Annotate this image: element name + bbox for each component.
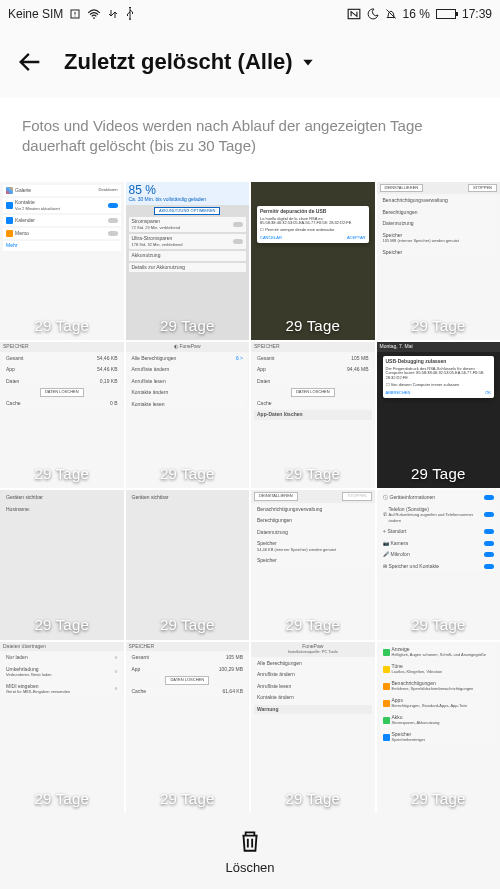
grid-item[interactable]: Dateien übertragen Nur laden○ Umkehrladu… [0, 642, 124, 813]
days-label: 29 Tage [160, 466, 215, 483]
grid-item[interactable]: FonePawInstallationsquelle: PC Tools All… [251, 642, 375, 813]
page-title: Zuletzt gelöscht (Alle) [64, 49, 293, 75]
chevron-down-icon [301, 49, 315, 75]
bell-off-icon [385, 8, 397, 20]
grid-item[interactable]: AnzeigeHelligkeit, Augen schonen, Schrif… [377, 642, 501, 813]
grid-item[interactable]: 85 %Ca. 30 Min. bis vollständig geladen … [126, 182, 250, 340]
days-label: 29 Tage [34, 791, 89, 808]
days-label: 29 Tage [411, 617, 466, 634]
sim-status: Keine SIM [8, 7, 63, 21]
days-label: 29 Tage [34, 318, 89, 335]
svg-point-2 [75, 16, 76, 17]
battery-icon [436, 9, 456, 19]
grid-item[interactable]: Geräten sichtbar 29 Tage [126, 490, 250, 639]
svg-point-3 [93, 17, 95, 19]
days-label: 29 Tage [160, 617, 215, 634]
status-bar: Keine SIM 16 % 17:39 [0, 0, 500, 28]
days-label: 29 Tage [34, 617, 89, 634]
info-text: Fotos und Videos werden nach Ablauf der … [0, 98, 500, 171]
wifi-icon [87, 8, 101, 20]
alert-icon [69, 8, 81, 20]
clock: 17:39 [462, 7, 492, 21]
grid-item[interactable]: Montag, 7. Mai USB-Debugging zulassen De… [377, 342, 501, 488]
delete-button[interactable]: Löschen [225, 828, 274, 875]
back-button[interactable] [16, 48, 44, 76]
app-header: Zuletzt gelöscht (Alle) [0, 28, 500, 98]
trash-icon [237, 828, 263, 857]
data-transfer-icon [107, 8, 119, 20]
bottom-toolbar: Löschen [0, 813, 500, 889]
grid-item[interactable]: SPEICHER Gesamt54,46 KB App54,46 KB Date… [0, 342, 124, 488]
usb-icon [125, 7, 135, 21]
grid-item[interactable]: ◐ FonePaw Alle Berechtigungen6 > Anrufli… [126, 342, 250, 488]
days-label: 29 Tage [285, 318, 340, 335]
grid-item[interactable]: SPEICHER Gesamt105 MB App100,29 MB DATEN… [126, 642, 250, 813]
delete-label: Löschen [225, 860, 274, 875]
grid-item[interactable]: GalerieDeaktiviert KontakteVor 2 Minuten… [0, 182, 124, 340]
days-label: 29 Tage [285, 617, 340, 634]
battery-percent: 16 % [403, 7, 430, 21]
nfc-icon [347, 8, 361, 20]
days-label: 29 Tage [34, 466, 89, 483]
days-label: 29 Tage [285, 791, 340, 808]
grid-item[interactable]: Permitir depuración de USB La huella dig… [251, 182, 375, 340]
days-label: 29 Tage [411, 791, 466, 808]
grid-item[interactable]: DEINSTALLIERENSTOPPEN Benachrichtigungsv… [377, 182, 501, 340]
days-label: 29 Tage [411, 466, 466, 483]
days-label: 29 Tage [160, 791, 215, 808]
days-label: 29 Tage [285, 466, 340, 483]
photo-grid: GalerieDeaktiviert KontakteVor 2 Minuten… [0, 182, 500, 813]
grid-item[interactable]: ⓘGeräteinformationen ✆Telefon (Sonstige)… [377, 490, 501, 639]
days-label: 29 Tage [160, 318, 215, 335]
grid-item[interactable]: Geräten sichtbar Hostname: 29 Tage [0, 490, 124, 639]
header-title-dropdown[interactable]: Zuletzt gelöscht (Alle) [64, 49, 315, 75]
days-label: 29 Tage [411, 318, 466, 335]
moon-icon [367, 8, 379, 20]
svg-point-4 [129, 18, 131, 20]
grid-item[interactable]: DEINSTALLIERENSTOPPEN Benachrichtigungsv… [251, 490, 375, 639]
grid-item[interactable]: SPEICHER Gesamt105 MB App94,46 MB Daten … [251, 342, 375, 488]
